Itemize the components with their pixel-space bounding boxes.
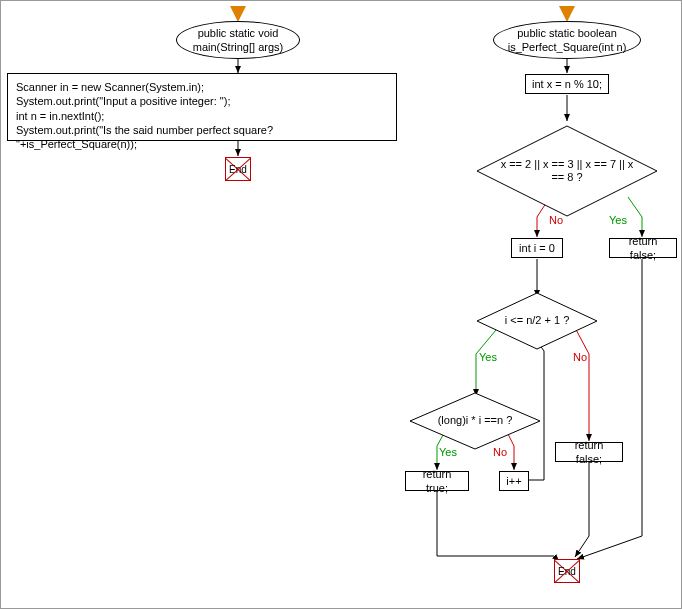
- cond1-text: x == 2 || x == 3 || x == 7 || x == 8 ?: [497, 158, 637, 184]
- main-body-block: Scanner in = new Scanner(System.in); Sys…: [7, 73, 397, 141]
- main-end-terminator: End: [225, 157, 251, 181]
- cond2-no-label: No: [573, 351, 587, 363]
- return-false-bottom-text: return false;: [562, 438, 616, 467]
- isperfect-method-ellipse: public static boolean is_Perfect_Square(…: [493, 21, 641, 59]
- stmt-x: int x = n % 10;: [525, 74, 609, 94]
- inc-i-text: i++: [506, 474, 521, 488]
- main-end-label: End: [229, 164, 247, 175]
- main-method-label: public static void main(String[] args): [193, 26, 283, 55]
- cond3-yes-label: Yes: [439, 446, 457, 458]
- isperfect-method-label: public static boolean is_Perfect_Square(…: [508, 26, 627, 55]
- return-false-top: return false;: [609, 238, 677, 258]
- main-body-text: Scanner in = new Scanner(System.in); Sys…: [16, 80, 388, 151]
- return-false-bottom: return false;: [555, 442, 623, 462]
- cond1-diamond: x == 2 || x == 3 || x == 7 || x == 8 ?: [517, 121, 617, 221]
- right-end-terminator: End: [554, 559, 580, 583]
- cond2-yes-label: Yes: [479, 351, 497, 363]
- cond1-yes-label: Yes: [609, 214, 627, 226]
- inc-i: i++: [499, 471, 529, 491]
- cond3-text: (long)i * i ==n ?: [405, 414, 545, 427]
- return-false-top-text: return false;: [616, 234, 670, 263]
- cond3-diamond: (long)i * i ==n ?: [425, 391, 525, 451]
- right-end-label: End: [558, 566, 576, 577]
- cond2-text: i <= n/2 + 1 ?: [467, 314, 607, 327]
- cond1-no-label: No: [549, 214, 563, 226]
- return-true: return true;: [405, 471, 469, 491]
- return-true-text: return true;: [412, 467, 462, 496]
- stmt-i-text: int i = 0: [519, 241, 555, 255]
- main-method-ellipse: public static void main(String[] args): [176, 21, 300, 59]
- stmt-i: int i = 0: [511, 238, 563, 258]
- cond3-no-label: No: [493, 446, 507, 458]
- cond2-diamond: i <= n/2 + 1 ?: [487, 291, 587, 351]
- stmt-x-text: int x = n % 10;: [532, 77, 602, 91]
- flowchart-canvas: public static void main(String[] args) S…: [0, 0, 682, 609]
